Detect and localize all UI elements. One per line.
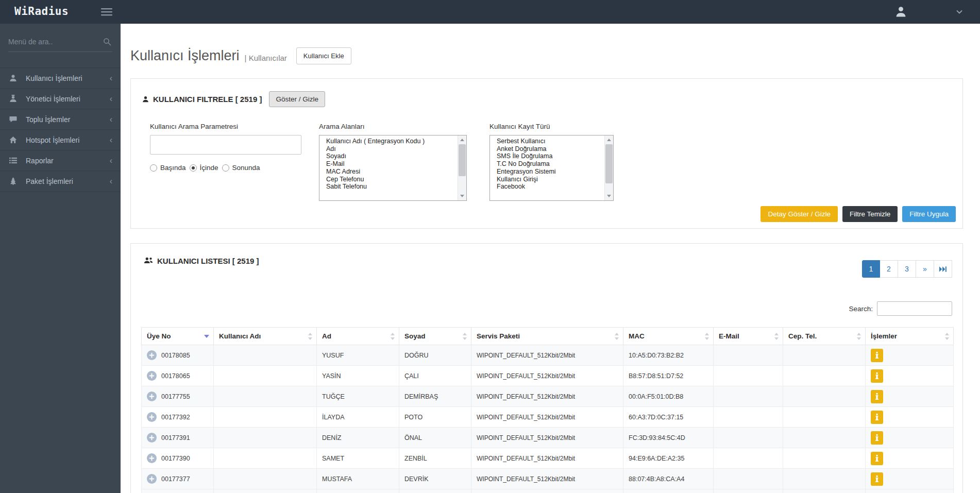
column-header[interactable]: Soyad: [399, 328, 471, 345]
sidebar-item[interactable]: Yönetici İşlemleri ‹: [0, 89, 121, 109]
listbox-option[interactable]: Kullanıcı Adı ( Entegrasyon Kodu ): [326, 138, 456, 145]
scroll-up-icon[interactable]: [460, 139, 464, 141]
match-radio[interactable]: İçinde: [190, 164, 218, 172]
column-header[interactable]: E-Mail: [714, 328, 783, 345]
radio-icon[interactable]: [150, 164, 157, 172]
page-title: Kullanıcı İşlemleri: [130, 48, 240, 64]
listbox-option[interactable]: Facebook: [497, 183, 603, 191]
sort-both-icon[interactable]: [774, 332, 779, 340]
column-header[interactable]: MAC: [623, 328, 714, 345]
column-header[interactable]: Üye No: [142, 328, 214, 345]
sort-both-icon[interactable]: [615, 332, 619, 340]
expand-row-button[interactable]: [147, 350, 157, 360]
sidebar-item-label: Paket İşlemleri: [26, 177, 73, 185]
show-hide-button[interactable]: Göster / Gizle: [269, 91, 325, 107]
sort-both-icon[interactable]: [705, 332, 709, 340]
sidebar-search-input[interactable]: [8, 38, 98, 46]
sort-both-icon[interactable]: [945, 332, 949, 340]
pagination-button[interactable]: [934, 260, 952, 278]
listbox-option[interactable]: Anket Doğrulama: [497, 145, 603, 153]
radio-icon[interactable]: [222, 164, 229, 172]
account-icon[interactable]: [895, 6, 907, 18]
filter-apply-button[interactable]: Filtre Uygula: [902, 206, 956, 222]
sort-both-icon[interactable]: [391, 332, 395, 340]
scrollbar-thumb[interactable]: [605, 144, 613, 183]
sort-desc-icon[interactable]: [204, 335, 209, 338]
pagination-button[interactable]: 3: [898, 260, 916, 278]
scrollbar-thumb[interactable]: [459, 144, 466, 176]
listbox-option[interactable]: Adı: [326, 145, 456, 153]
app-logo[interactable]: WiRadius: [14, 5, 69, 18]
chevron-down-icon[interactable]: [956, 10, 962, 14]
info-button[interactable]: [871, 452, 883, 465]
sidebar-item[interactable]: Kullanıcı İşlemleri ‹: [0, 68, 121, 89]
column-header[interactable]: Servis Paketi: [471, 328, 623, 345]
listbox-option[interactable]: E-Mail: [326, 160, 456, 168]
expand-row-button[interactable]: [147, 371, 157, 381]
sort-both-icon[interactable]: [463, 332, 467, 340]
match-radio[interactable]: Sonunda: [222, 164, 260, 172]
expand-row-button[interactable]: [147, 474, 157, 484]
info-button[interactable]: [871, 390, 883, 403]
match-radio[interactable]: Başında: [150, 164, 186, 172]
listbox-option[interactable]: T.C No Doğrulama: [497, 160, 603, 168]
sidebar-menu: Kullanıcı İşlemleri ‹ Yönetici İşlemleri…: [0, 67, 121, 192]
expand-row-button[interactable]: [147, 433, 157, 443]
expand-row-button[interactable]: [147, 392, 157, 401]
listbox-option[interactable]: Soyadı: [326, 152, 456, 160]
sidebar: Kullanıcı İşlemleri ‹ Yönetici İşlemleri…: [0, 24, 121, 493]
expand-row-button[interactable]: [147, 453, 157, 463]
radio-icon[interactable]: [190, 164, 197, 172]
search-fields-column: Arama Alanları Kullanıcı Adı ( Entegrasy…: [319, 123, 467, 201]
sort-both-icon[interactable]: [308, 332, 312, 340]
cell-ad: MUSTAFA: [317, 469, 399, 489]
scroll-up-icon[interactable]: [607, 139, 611, 141]
column-header[interactable]: Cep. Tel.: [783, 328, 866, 345]
listbox-option[interactable]: Cep Telefonu: [326, 176, 456, 183]
pagination-button[interactable]: »: [916, 260, 934, 278]
expand-row-button[interactable]: [147, 412, 157, 422]
info-button[interactable]: [871, 369, 883, 383]
listbox-option[interactable]: Entegrasyon Sistemi: [497, 168, 603, 176]
column-header[interactable]: Ad: [317, 328, 399, 345]
listbox-option[interactable]: MAC Adresi: [326, 168, 456, 176]
info-button[interactable]: [871, 431, 883, 445]
scrollbar[interactable]: [604, 135, 613, 200]
listbox-option[interactable]: SMS İle Doğrulama: [497, 152, 603, 160]
listbox-option[interactable]: Sabit Telefonu: [326, 183, 456, 191]
add-user-button[interactable]: Kullanıcı Ekle: [296, 47, 351, 64]
column-header[interactable]: İşlemler: [866, 328, 954, 345]
sidebar-item[interactable]: Hotspot İşlemleri ‹: [0, 130, 121, 150]
hamburger-icon[interactable]: [101, 8, 112, 16]
register-type-listbox[interactable]: Serbest Kullanıcı Anket Doğrulama SMS İl…: [489, 135, 614, 201]
cell-email: [714, 469, 783, 489]
chevron-left-icon: ‹: [110, 74, 112, 83]
listbox-option[interactable]: Serbest Kullanıcı: [497, 138, 603, 145]
register-type-label: Kullanıcı Kayıt Türü: [489, 123, 614, 130]
scroll-down-icon[interactable]: [607, 195, 611, 197]
filter-clear-button[interactable]: Filtre Temizle: [842, 206, 898, 222]
info-button[interactable]: [871, 472, 883, 486]
listbox-option[interactable]: Kullanıcı Girişi: [497, 176, 603, 183]
search-fields-listbox[interactable]: Kullanıcı Adı ( Entegrasyon Kodu ) Adı S…: [319, 135, 467, 201]
sidebar-item[interactable]: Raporlar ‹: [0, 150, 121, 171]
sidebar-item[interactable]: Toplu İşlemler ‹: [0, 109, 121, 130]
sort-both-icon[interactable]: [857, 332, 861, 340]
comment-icon: [9, 115, 18, 123]
column-header-label: İşlemler: [871, 332, 897, 340]
pagination-button[interactable]: 1: [862, 260, 880, 278]
filter-form: Kullanıcı Arama Parametresi Başında İçin…: [150, 123, 943, 190]
info-button[interactable]: [871, 349, 883, 362]
scroll-down-icon[interactable]: [460, 195, 464, 197]
chevron-left-icon: ‹: [110, 156, 112, 165]
search-param-input[interactable]: [150, 135, 301, 155]
cell-uye-no: 00177391: [161, 434, 190, 441]
pagination-button[interactable]: 2: [880, 260, 898, 278]
scrollbar[interactable]: [458, 135, 466, 200]
table-search-input[interactable]: [877, 301, 952, 316]
column-header[interactable]: Kullanıcı Adı: [214, 328, 317, 345]
cell-email: [714, 448, 783, 469]
info-button[interactable]: [871, 411, 883, 424]
sidebar-item[interactable]: Paket İşlemleri ‹: [0, 171, 121, 192]
detail-toggle-button[interactable]: Detay Göster / Gizle: [761, 206, 838, 222]
